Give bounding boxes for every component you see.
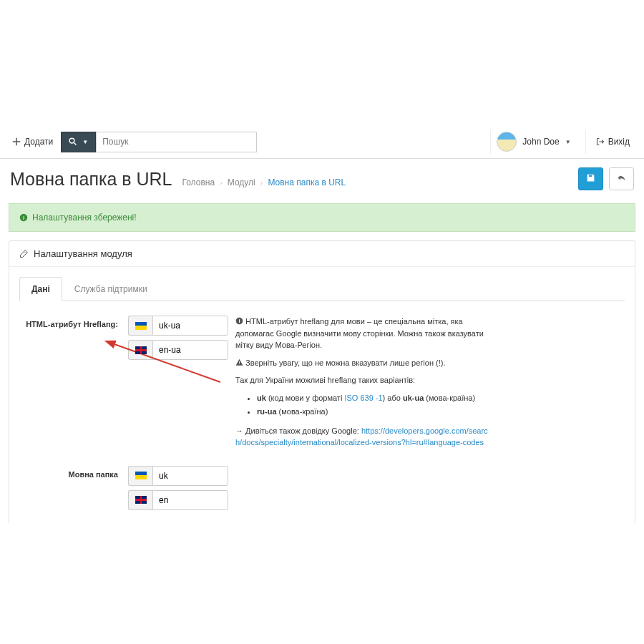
hreflang-en-field[interactable] bbox=[152, 340, 228, 360]
hreflang-uk-field[interactable] bbox=[152, 316, 228, 336]
add-button[interactable]: Додати bbox=[4, 132, 61, 152]
user-menu[interactable]: John Doe ▼ bbox=[490, 130, 576, 154]
avatar bbox=[497, 132, 517, 152]
folder-input-en bbox=[128, 490, 228, 510]
tab-support[interactable]: Служба підтримки bbox=[62, 277, 160, 301]
flag-ua-icon bbox=[128, 466, 152, 486]
alert-text: Налаштування збережені! bbox=[32, 213, 137, 223]
flag-gb-icon bbox=[128, 490, 152, 510]
folder-en-field[interactable] bbox=[152, 490, 228, 510]
toolbar: Додати ▼ John Doe ▼ Вихід bbox=[0, 125, 644, 159]
breadcrumb: Головна › Модулі › Мовна папка в URL bbox=[182, 177, 346, 187]
folder-uk-field[interactable] bbox=[152, 466, 228, 486]
hreflang-help: i HTML-атрибут hreflang для мови – це сп… bbox=[235, 316, 493, 454]
chevron-down-icon: ▼ bbox=[565, 139, 571, 145]
add-label: Додати bbox=[24, 137, 53, 147]
breadcrumb-modules[interactable]: Модулі bbox=[228, 177, 255, 187]
svg-text:i: i bbox=[238, 318, 240, 324]
svg-text:i: i bbox=[23, 215, 24, 221]
hreflang-input-uk bbox=[128, 316, 228, 336]
tabs: Дані Служба підтримки bbox=[19, 277, 625, 301]
search-icon bbox=[69, 137, 77, 146]
flag-gb-icon bbox=[128, 340, 152, 360]
search-input[interactable] bbox=[96, 132, 257, 152]
settings-panel: Налаштування модуля Дані Служба підтримк… bbox=[9, 240, 635, 523]
save-button[interactable] bbox=[578, 167, 603, 190]
save-icon bbox=[586, 173, 595, 182]
flag-ua-icon bbox=[128, 316, 152, 336]
svg-text:!: ! bbox=[238, 360, 240, 365]
info-circle-icon: i bbox=[19, 213, 28, 222]
info-circle-icon: i bbox=[235, 317, 243, 325]
warning-icon: ! bbox=[235, 358, 243, 366]
label-langfolder: Мовна папка bbox=[19, 466, 128, 514]
pencil-icon bbox=[19, 250, 28, 258]
logout-label: Вихід bbox=[608, 137, 630, 147]
alert-success: i Налаштування збережені! bbox=[9, 203, 635, 232]
plus-icon bbox=[12, 137, 21, 146]
breadcrumb-home[interactable]: Головна bbox=[182, 177, 215, 187]
svg-point-0 bbox=[69, 138, 74, 143]
back-button[interactable] bbox=[609, 167, 634, 190]
breadcrumb-current: Мовна папка в URL bbox=[268, 177, 346, 187]
folder-input-uk bbox=[128, 466, 228, 486]
page-title: Мовна папка в URL bbox=[10, 169, 172, 190]
hreflang-input-en bbox=[128, 340, 228, 360]
panel-heading: Налаштування модуля bbox=[9, 241, 635, 267]
label-hreflang: HTML-атрибут Hreflang: bbox=[19, 316, 128, 454]
iso-link[interactable]: ISO 639 -1 bbox=[344, 394, 382, 402]
reply-icon bbox=[617, 173, 626, 182]
user-name: John Doe bbox=[522, 137, 559, 147]
form-row-hreflang: HTML-атрибут Hreflang: i HTML-атрибут hr… bbox=[19, 316, 625, 454]
search-dropdown-button[interactable]: ▼ bbox=[61, 132, 96, 152]
tab-data[interactable]: Дані bbox=[19, 277, 62, 301]
form-row-langfolder: Мовна папка bbox=[19, 466, 625, 514]
panel-title: Налаштування модуля bbox=[34, 248, 132, 259]
logout-icon bbox=[596, 137, 605, 146]
logout-button[interactable]: Вихід bbox=[585, 130, 640, 154]
page-header: Мовна папка в URL Головна › Модулі › Мов… bbox=[0, 159, 644, 203]
